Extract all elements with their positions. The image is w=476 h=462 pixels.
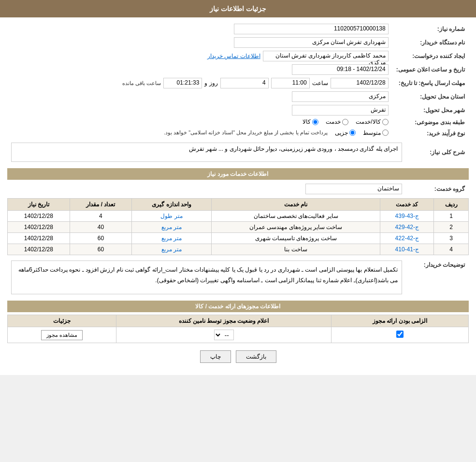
category-label-khedmat: خدمت <box>326 118 341 125</box>
services-data-table: ردیف کد خدمت نام خدمت واحد اندازه گیری ت… <box>7 198 469 255</box>
permits-section-title: اطلاعات مجوزهای ارائه خدمت / کالا <box>7 301 469 312</box>
city-value: تفرش <box>292 105 389 116</box>
permits-row: -- مشاهده مجوز <box>8 327 469 343</box>
response-time-label: ساعت <box>312 80 328 87</box>
service-table-row: 1 ج-43-439 سایر فعالیت‌های تخصصی ساختمان… <box>8 211 469 222</box>
service-table-row: 4 ج-41-410 ساخت بنا متر مربع 60 1402/12/… <box>8 244 469 255</box>
purchase-type-cell: متوسط جزیی پرداخت تمام یا بخشی از مبلغ خ… <box>7 128 392 139</box>
col-header-qty: تعداد / مقدار <box>70 199 132 211</box>
permits-details-cell: مشاهده مجوز <box>8 327 116 343</box>
view-permit-button[interactable]: مشاهده مجوز <box>41 330 83 340</box>
service-table-row: 3 ج-42-422 ساخت پروژه‌های تاسیسات شهری م… <box>8 233 469 244</box>
cell-row: 3 <box>434 233 469 244</box>
page-title: جزئیات اطلاعات نیاز <box>210 5 266 13</box>
col-header-row: ردیف <box>434 199 469 211</box>
cell-code: ج-41-410 <box>380 244 434 255</box>
buyer-org-value: شهرداری تفرش استان مرکزی <box>234 37 389 48</box>
col-header-unit: واحد اندازه گیری <box>132 199 212 211</box>
description-table: شرح کلی نیاز: اجرای پله گذاری درمسجد ، و… <box>7 141 469 163</box>
services-section-title: اطلاعات خدمات مورد نیاز <box>7 168 469 180</box>
cell-date: 1402/12/28 <box>8 211 70 222</box>
permits-table: الزامی بودن ارائه مجوز اعلام وضعیت مجوز … <box>7 315 469 343</box>
purchase-type-jozyi[interactable]: جزیی <box>335 130 356 136</box>
category-option-khedmat[interactable]: خدمت <box>326 118 348 125</box>
service-group-cell: ساختمان <box>7 182 406 196</box>
response-remaining: 01:21:33 <box>163 78 202 88</box>
announce-datetime-cell: 1402/12/24 - 09:18 <box>7 63 392 76</box>
cell-code: ج-42-422 <box>380 233 434 244</box>
page-header: جزئیات اطلاعات نیاز <box>0 0 476 17</box>
response-deadline-cell: 1402/12/28 ساعت 11:00 4 روز و 01:21:33 س… <box>7 76 392 90</box>
cell-date: 1402/12/28 <box>8 233 70 244</box>
purchase-type-radio-group: متوسط جزیی <box>335 130 389 136</box>
purchase-label-motavaset: متوسط <box>363 130 381 136</box>
permits-mandatory-checkbox[interactable] <box>396 331 404 338</box>
category-label-kala-khedmat: کالا/خدمت <box>356 118 380 125</box>
purchase-radio-motavaset[interactable] <box>382 130 389 136</box>
province-cell: مرکزی <box>7 90 392 103</box>
bottom-buttons: بازگشت چاپ <box>7 343 469 370</box>
permits-mandatory-cell <box>332 327 469 343</box>
service-group-value: ساختمان <box>305 184 402 194</box>
need-number-cell: 1102005710000138 <box>7 22 392 36</box>
city-cell: تفرش <box>7 103 392 117</box>
cell-row: 1 <box>434 211 469 222</box>
creator-value: محمد کاظمی کاربرداز شهرداری تفرش استان م… <box>263 51 389 61</box>
description-cell: اجرای پله گذاری درمسجد ، ورودی شهر زیرزم… <box>7 141 406 163</box>
response-remaining-label: ساعت باقی مانده <box>122 80 161 87</box>
cell-unit: متر طول <box>132 211 212 222</box>
cell-name: سایر فعالیت‌های تخصصی ساختمان <box>211 211 380 222</box>
announce-datetime-value: 1402/12/24 - 09:18 <box>292 64 389 75</box>
description-box: اجرای پله گذاری درمسجد ، ورودی شهر زیرزم… <box>11 143 402 162</box>
description-text: اجرای پله گذاری درمسجد ، ورودی شهر زیرزم… <box>189 145 398 152</box>
permits-col-mandatory: الزامی بودن ارائه مجوز <box>332 315 469 327</box>
purchase-radio-jozyi[interactable] <box>349 130 356 136</box>
permits-status-select[interactable]: -- <box>214 330 234 340</box>
creator-cell: محمد کاظمی کاربرداز شهرداری تفرش استان م… <box>7 49 392 63</box>
print-button[interactable]: چاپ <box>200 350 231 363</box>
main-content: شماره نیاز: 1102005710000138 نام دستگاه … <box>0 17 476 375</box>
permits-col-status: اعلام وضعیت مجوز توسط نامین کننده <box>116 315 332 327</box>
category-radio-kala[interactable] <box>312 119 318 125</box>
cell-qty: 60 <box>70 233 132 244</box>
page-container: جزئیات اطلاعات نیاز شماره نیاز: 11020057… <box>0 0 476 375</box>
buyer-notes-label: توضیحات خریدار: <box>406 259 469 296</box>
category-option-kala[interactable]: کالا <box>303 118 318 125</box>
purchase-type-motavaset[interactable]: متوسط <box>363 130 389 136</box>
purchase-type-note: پرداخت تمام یا بخشی از مبلغ خریدار محل "… <box>164 130 328 136</box>
description-section-title: شرح کلی نیاز: <box>406 141 469 163</box>
cell-unit: متر مربع <box>132 222 212 233</box>
need-number-label: شماره نیاز: <box>392 22 469 36</box>
cell-qty: 60 <box>70 244 132 255</box>
need-info-table: شماره نیاز: 1102005710000138 نام دستگاه … <box>7 22 469 139</box>
category-label: طبقه بندی موضوعی: <box>392 117 469 128</box>
cell-code: ج-42-429 <box>380 222 434 233</box>
category-radio-khedmat[interactable] <box>342 119 348 125</box>
cell-date: 1402/12/28 <box>8 244 70 255</box>
service-group-label: گروه خدمت: <box>406 182 469 196</box>
buyer-notes-cell: تکمیل استعلام بها پیوستی الزامی است ـ شه… <box>7 259 406 296</box>
buyer-org-cell: شهرداری تفرش استان مرکزی <box>7 36 392 49</box>
cell-name: ساخت پروژه‌های تاسیسات شهری <box>211 233 380 244</box>
category-option-kala-khedmat[interactable]: کالا/خدمت <box>356 118 388 125</box>
purchase-label-jozyi: جزیی <box>335 130 348 136</box>
service-table-row: 2 ج-42-429 ساخت سایر پروژه‌های مهندسی عم… <box>8 222 469 233</box>
announce-datetime-label: تاریخ و ساعت اعلان عمومی: <box>392 63 469 76</box>
cell-qty: 40 <box>70 222 132 233</box>
cell-row: 4 <box>434 244 469 255</box>
creator-label: ایجاد کننده درخواست: <box>392 49 469 63</box>
response-time: 11:00 <box>271 78 310 88</box>
buyer-org-label: نام دستگاه خریدار: <box>392 36 469 49</box>
cell-unit: متر مربع <box>132 244 212 255</box>
col-header-date: تاریخ نیاز <box>8 199 70 211</box>
back-button[interactable]: بازگشت <box>236 350 276 363</box>
contact-link[interactable]: اطلاعات تماس خریدار <box>207 53 260 59</box>
col-header-code: کد خدمت <box>380 199 434 211</box>
buyer-notes-text: تکمیل استعلام بها پیوستی الزامی است ـ شه… <box>11 260 402 294</box>
cell-row: 2 <box>434 222 469 233</box>
permits-col-details: جزئیات <box>8 315 116 327</box>
category-radio-kala-khedmat[interactable] <box>382 119 389 125</box>
cell-date: 1402/12/28 <box>8 222 70 233</box>
buyer-notes-table: توضیحات خریدار: تکمیل استعلام بها پیوستی… <box>7 259 469 296</box>
response-date: 1402/12/28 <box>331 78 389 88</box>
